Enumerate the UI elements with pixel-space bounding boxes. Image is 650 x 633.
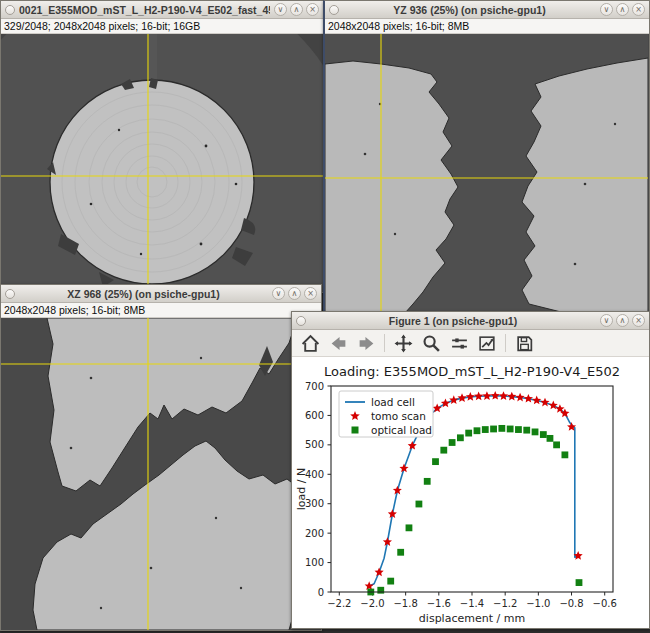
x-axis-label: displacement / mm — [419, 612, 525, 625]
zoom-icon — [422, 334, 441, 353]
svg-text:−1.2: −1.2 — [493, 598, 517, 609]
yz-slice-image[interactable] — [325, 34, 649, 313]
yz-slice-window: YZ 936 (25%) (on psiche-gpu1) ∨ ∧ × 2048… — [323, 0, 650, 313]
subplots-icon — [450, 334, 469, 353]
xy-slice-image[interactable] — [1, 34, 323, 292]
loading-chart: Loading: E355MOD_mST_L_H2-P190-V4_E502−2… — [292, 357, 649, 628]
specimen-cross-section — [50, 80, 254, 284]
maximize-button[interactable]: ∧ — [290, 3, 303, 16]
figure-titlebar[interactable]: Figure 1 (on psiche-gpu1) ∨ ∧ × — [292, 312, 649, 330]
toolbar-separator — [505, 334, 506, 352]
toolbar-forward-button[interactable] — [353, 331, 379, 355]
figure-canvas[interactable]: Loading: E355MOD_mST_L_H2-P190-V4_E502−2… — [292, 357, 649, 628]
toolbar-save-button[interactable] — [511, 331, 537, 355]
close-button[interactable]: × — [632, 314, 645, 327]
window-buttons: ∨ ∧ × — [272, 287, 317, 300]
xz-slice-window: XZ 968 (25%) (on psiche-gpu1) ∨ ∧ × 2048… — [0, 284, 322, 631]
fracture-right-fragment — [522, 58, 648, 313]
svg-text:optical load: optical load — [371, 424, 432, 436]
window-menu-icon[interactable] — [5, 5, 15, 15]
shade-button[interactable]: ∨ — [600, 314, 613, 327]
svg-text:−1.8: −1.8 — [393, 598, 417, 609]
y-axis-label: load / N — [295, 468, 308, 510]
xz-slice-image[interactable] — [1, 318, 321, 630]
pan-icon — [394, 334, 413, 353]
shade-button[interactable]: ∨ — [274, 3, 287, 16]
window-buttons: ∨ ∧ × — [600, 314, 645, 327]
xy-window-title: 0021_E355MOD_mST_L_H2-P190-V4_E502_fast_… — [19, 4, 270, 16]
svg-text:load cell: load cell — [371, 396, 415, 408]
svg-text:100: 100 — [305, 557, 324, 568]
svg-text:200: 200 — [305, 528, 324, 539]
shade-button[interactable]: ∨ — [600, 3, 613, 16]
home-icon — [301, 334, 320, 353]
window-buttons: ∨ ∧ × — [274, 3, 319, 16]
xy-image-info: 329/2048; 2048x2048 pixels; 16-bit; 16GB — [1, 19, 323, 34]
maximize-button[interactable]: ∧ — [288, 287, 301, 300]
chart-title: Loading: E355MOD_mST_L_H2-P190-V4_E502 — [324, 364, 620, 379]
svg-text:−0.6: −0.6 — [593, 598, 617, 609]
figure-toolbar — [292, 330, 649, 357]
close-button[interactable]: × — [306, 3, 319, 16]
toolbar-subplots-button[interactable] — [446, 331, 472, 355]
yz-slice-graphic — [325, 34, 648, 313]
toolbar-customize-button[interactable] — [474, 331, 500, 355]
yz-titlebar[interactable]: YZ 936 (25%) (on psiche-gpu1) ∨ ∧ × — [325, 1, 649, 19]
xy-slice-window: 0021_E355MOD_mST_L_H2-P190-V4_E502_fast_… — [0, 0, 324, 293]
svg-text:0: 0 — [318, 587, 324, 598]
close-button[interactable]: × — [304, 287, 317, 300]
window-buttons: ∨ ∧ × — [600, 3, 645, 16]
window-menu-icon[interactable] — [329, 5, 339, 15]
svg-text:−1.4: −1.4 — [460, 598, 484, 609]
chart-legend: load celltomo scanoptical load — [339, 391, 433, 437]
toolbar-back-button[interactable] — [325, 331, 351, 355]
xz-slice-graphic — [1, 318, 321, 630]
maximize-button[interactable]: ∧ — [616, 3, 629, 16]
save-icon — [515, 334, 534, 353]
svg-text:−1.0: −1.0 — [526, 598, 550, 609]
xy-titlebar[interactable]: 0021_E355MOD_mST_L_H2-P190-V4_E502_fast_… — [1, 1, 323, 19]
yz-image-info: 2048x2048 pixels; 16-bit; 8MB — [325, 19, 649, 34]
xz-titlebar[interactable]: XZ 968 (25%) (on psiche-gpu1) ∨ ∧ × — [1, 285, 321, 303]
svg-text:−2.2: −2.2 — [327, 598, 351, 609]
customize-icon — [478, 334, 497, 353]
window-menu-icon[interactable] — [296, 316, 306, 326]
svg-text:500: 500 — [305, 439, 324, 450]
svg-text:−1.6: −1.6 — [427, 598, 451, 609]
toolbar-separator — [384, 334, 385, 352]
xz-window-title: XZ 968 (25%) (on psiche-gpu1) — [19, 288, 268, 300]
toolbar-pan-button[interactable] — [390, 331, 416, 355]
xz-image-info: 2048x2048 pixels; 16-bit; 8MB — [1, 303, 321, 318]
xy-slice-graphic — [1, 34, 323, 292]
window-menu-icon[interactable] — [5, 289, 15, 299]
svg-text:−2.0: −2.0 — [360, 598, 384, 609]
back-icon — [329, 334, 348, 353]
svg-text:600: 600 — [305, 410, 324, 421]
toolbar-zoom-button[interactable] — [418, 331, 444, 355]
maximize-button[interactable]: ∧ — [616, 314, 629, 327]
svg-text:tomo scan: tomo scan — [371, 410, 426, 422]
figure-window: Figure 1 (on psiche-gpu1) ∨ ∧ × Loading:… — [291, 311, 650, 629]
shade-button[interactable]: ∨ — [272, 287, 285, 300]
svg-text:700: 700 — [305, 381, 324, 392]
figure-window-title: Figure 1 (on psiche-gpu1) — [310, 315, 596, 327]
forward-icon — [357, 334, 376, 353]
svg-text:−0.8: −0.8 — [559, 598, 583, 609]
toolbar-home-button[interactable] — [297, 331, 323, 355]
close-button[interactable]: × — [632, 3, 645, 16]
yz-window-title: YZ 936 (25%) (on psiche-gpu1) — [343, 4, 596, 16]
